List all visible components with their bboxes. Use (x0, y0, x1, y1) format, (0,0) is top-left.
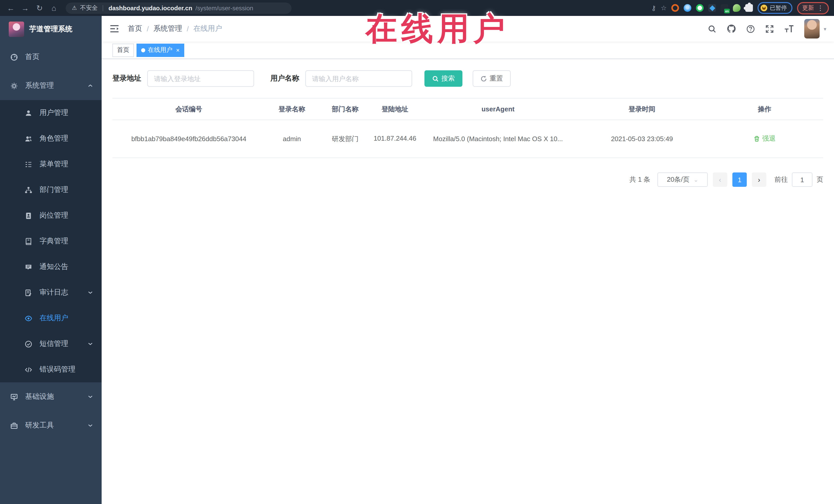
breadcrumb-home[interactable]: 首页 (128, 24, 142, 34)
login-address-label: 登录地址 (112, 74, 141, 83)
breadcrumb: 首页 / 系统管理 / 在线用户 (128, 24, 222, 34)
sidebar-item-label: 岗位管理 (40, 211, 68, 220)
col-login-name: 登录名称 (265, 98, 319, 120)
address-bar[interactable]: ⚠ 不安全 dashboard.yudao.iocoder.cn/system/… (66, 2, 291, 14)
browser-menu-kebab-icon[interactable]: ⋮ (817, 4, 824, 12)
page-number-1[interactable]: 1 (732, 172, 747, 187)
sidebar-item-dict-mgmt[interactable]: 字典管理 (0, 228, 102, 254)
username-label: 用户名称 (270, 74, 299, 83)
sidebar-item-notice[interactable]: 通知公告 (0, 254, 102, 280)
extension-bulb-icon[interactable] (684, 4, 691, 12)
extension-translate-icon[interactable]: en (721, 4, 728, 12)
sidebar-item-sms-mgmt[interactable]: 短信管理 (0, 331, 102, 357)
col-login-time: 登录时间 (578, 98, 706, 120)
next-page-button[interactable]: › (752, 172, 766, 187)
gear-icon (10, 82, 18, 90)
tab-online-users[interactable]: 在线用户 × (136, 43, 184, 57)
page-size-select[interactable]: 20条/页 ⌄ (657, 172, 708, 187)
bookmark-star-icon[interactable]: ☆ (661, 4, 667, 12)
sidebar-item-audit-log[interactable]: 审计日志 (0, 280, 102, 305)
browser-forward-icon[interactable]: → (20, 2, 31, 14)
sidebar-collapse-icon[interactable] (109, 24, 119, 34)
sidebar-item-menu-mgmt[interactable]: 菜单管理 (0, 151, 102, 177)
extension-leaf-icon[interactable] (733, 4, 741, 12)
sidebar-item-system[interactable]: 系统管理 (0, 71, 102, 100)
sidebar-item-home[interactable]: 首页 (0, 43, 102, 71)
login-address-input[interactable] (147, 70, 254, 87)
sidebar-item-role-mgmt[interactable]: 角色管理 (0, 126, 102, 151)
monitor-icon (10, 393, 18, 400)
online-users-table: 会话编号 登录名称 部门名称 登陆地址 userAgent 登录时间 操作 (112, 98, 823, 158)
cell-login-time: 2021-05-03 23:05:49 (578, 120, 706, 158)
fullscreen-icon[interactable] (765, 24, 774, 33)
page-size-value: 20条/页 (667, 175, 689, 184)
sidebar-item-label: 角色管理 (40, 134, 68, 143)
sidebar-item-error-code[interactable]: 错误码管理 (0, 357, 102, 382)
sidebar-item-dept-mgmt[interactable]: 部门管理 (0, 177, 102, 203)
search-button[interactable]: 搜索 (424, 70, 462, 87)
extension-ublock-icon[interactable] (671, 4, 679, 12)
browser-back-icon[interactable]: ← (5, 2, 17, 14)
sidebar-item-label: 审计日志 (40, 288, 68, 297)
extension-gem-icon[interactable] (708, 4, 716, 12)
sidebar-item-online-users[interactable]: 在线用户 (0, 305, 102, 331)
sidebar-item-label: 菜单管理 (40, 160, 68, 169)
tab-home[interactable]: 首页 (112, 43, 134, 57)
sidebar: 芋道管理系统 首页 系统管理 用户管理 角色管理 (0, 16, 102, 504)
user-avatar-menu[interactable]: ▾ (804, 19, 826, 39)
sidebar-item-infrastructure[interactable]: 基础设施 (0, 382, 102, 411)
online-users-icon (25, 314, 32, 322)
tags-view-bar: 首页 在线用户 × (102, 42, 834, 59)
sidebar-item-label: 基础设施 (25, 392, 54, 401)
username-input[interactable] (305, 70, 412, 87)
help-icon[interactable] (746, 24, 755, 33)
goto-label: 前往 (774, 175, 788, 184)
chrome-update-button[interactable]: 更新 ⋮ (797, 2, 829, 14)
goto-page-input[interactable] (792, 172, 812, 187)
id-badge-icon (25, 212, 32, 219)
extensions-puzzle-icon[interactable] (745, 4, 753, 12)
tab-label: 首页 (117, 46, 129, 54)
sidebar-item-label: 系统管理 (25, 81, 54, 90)
prev-page-button[interactable]: ‹ (713, 172, 727, 187)
sidebar-item-label: 在线用户 (40, 313, 68, 323)
sidebar-item-label: 用户管理 (40, 108, 68, 117)
browser-toolbar: ← → ↻ ⌂ ⚠ 不安全 dashboard.yudao.iocoder.cn… (0, 0, 834, 16)
reset-button[interactable]: 重置 (473, 70, 511, 87)
refresh-icon (480, 75, 487, 82)
main-column: 首页 / 系统管理 / 在线用户 ▾ (102, 16, 834, 504)
sidebar-item-post-mgmt[interactable]: 岗位管理 (0, 203, 102, 228)
sidebar-item-label: 首页 (25, 52, 40, 62)
password-key-icon[interactable]: ⚷ (651, 4, 656, 12)
breadcrumb-system[interactable]: 系统管理 (153, 24, 182, 34)
extension-green-icon[interactable] (696, 4, 704, 12)
app-logo (9, 22, 24, 37)
profile-emoji-icon (761, 5, 767, 11)
sidebar-item-user-mgmt[interactable]: 用户管理 (0, 100, 102, 126)
sidebar-item-dev-tools[interactable]: 研发工具 (0, 411, 102, 440)
col-dept-name: 部门名称 (319, 98, 372, 120)
browser-home-icon[interactable]: ⌂ (48, 2, 60, 14)
page-content: 登录地址 用户名称 搜索 重置 (102, 59, 834, 187)
sidebar-logo-row[interactable]: 芋道管理系统 (0, 16, 102, 43)
profile-paused-chip[interactable]: 已暂停 (758, 2, 792, 14)
user-icon (25, 109, 32, 117)
chevron-up-icon (87, 83, 93, 89)
security-warning-icon: ⚠ (72, 5, 77, 11)
users-icon (25, 135, 32, 143)
close-icon[interactable]: × (176, 46, 180, 53)
security-label[interactable]: 不安全 (80, 4, 98, 12)
system-submenu: 用户管理 角色管理 菜单管理 部门管理 岗位管理 (0, 100, 102, 382)
search-icon[interactable] (708, 24, 717, 33)
force-logout-button[interactable]: 强退 (753, 134, 775, 144)
trash-icon (753, 135, 760, 142)
chevron-down-icon (87, 422, 93, 429)
pagination-goto: 前往 页 (774, 172, 823, 187)
sidebar-item-label: 研发工具 (25, 421, 54, 430)
browser-reload-icon[interactable]: ↻ (34, 2, 45, 14)
github-icon[interactable] (727, 24, 736, 34)
pagination: 共 1 条 20条/页 ⌄ ‹ 1 › 前往 页 (112, 172, 823, 187)
sidebar-item-label: 字典管理 (40, 237, 68, 246)
col-session-id: 会话编号 (112, 98, 265, 120)
font-size-icon[interactable] (784, 24, 794, 33)
